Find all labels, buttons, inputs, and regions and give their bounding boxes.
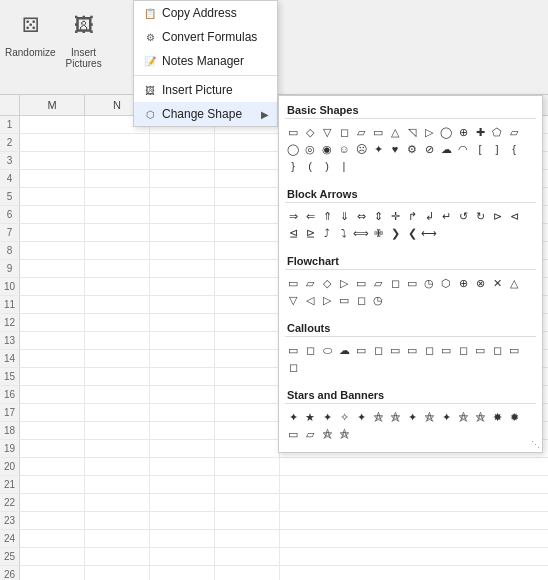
star-6pt[interactable]: ✦: [319, 409, 335, 425]
grid-cell[interactable]: [215, 152, 280, 169]
callout-line2[interactable]: ◻: [370, 342, 386, 358]
shape-pipe[interactable]: |: [336, 158, 352, 174]
callout-accent1[interactable]: ▭: [438, 342, 454, 358]
grid-cell[interactable]: [85, 260, 150, 277]
grid-cell[interactable]: [85, 134, 150, 151]
randomize-tool[interactable]: ⚄ Randomize: [5, 5, 56, 58]
grid-cell[interactable]: [20, 440, 85, 457]
grid-cell[interactable]: [150, 440, 215, 457]
grid-cell[interactable]: [150, 224, 215, 241]
shape-rect2[interactable]: ▭: [370, 124, 386, 140]
arrow-bent-up[interactable]: ↱: [404, 208, 420, 224]
grid-cell[interactable]: [150, 260, 215, 277]
arrow-up[interactable]: ⇑: [319, 208, 335, 224]
shape-cross[interactable]: ⊕: [455, 124, 471, 140]
flow-predefined[interactable]: ▭: [353, 275, 369, 291]
shape-paren-left[interactable]: (: [302, 158, 318, 174]
grid-cell[interactable]: [215, 548, 280, 565]
grid-cell[interactable]: [215, 476, 280, 493]
grid-cell[interactable]: [150, 296, 215, 313]
arrow-turn[interactable]: ↵: [438, 208, 454, 224]
grid-cell[interactable]: [150, 242, 215, 259]
callout-border2[interactable]: ◻: [489, 342, 505, 358]
shape-right-triangle[interactable]: ◹: [404, 124, 420, 140]
shape-gear[interactable]: ⚙: [404, 141, 420, 157]
grid-cell[interactable]: [20, 170, 85, 187]
grid-cell[interactable]: [85, 332, 150, 349]
flow-card[interactable]: △: [506, 275, 522, 291]
grid-cell[interactable]: [215, 260, 280, 277]
shape-circle[interactable]: ◯: [438, 124, 454, 140]
arrow-loop-left[interactable]: ↺: [455, 208, 471, 224]
callout-line1[interactable]: ▭: [353, 342, 369, 358]
menu-item-insert-picture[interactable]: 🖼 Insert Picture: [134, 78, 277, 102]
grid-cell[interactable]: [150, 566, 215, 580]
arrow-bent-down[interactable]: ↲: [421, 208, 437, 224]
grid-cell[interactable]: [85, 548, 150, 565]
grid-cell[interactable]: [85, 494, 150, 511]
grid-cell[interactable]: [215, 530, 280, 547]
grid-cell[interactable]: [215, 134, 280, 151]
menu-item-notes-manager[interactable]: 📝 Notes Manager: [134, 49, 277, 73]
grid-cell[interactable]: [20, 530, 85, 547]
grid-cell[interactable]: [85, 350, 150, 367]
scroll-vert[interactable]: ⛤: [336, 426, 352, 442]
grid-cell[interactable]: [85, 206, 150, 223]
shape-triangle-down[interactable]: ▽: [319, 124, 335, 140]
grid-cell[interactable]: [150, 512, 215, 529]
grid-cell[interactable]: [85, 296, 150, 313]
flow-punch[interactable]: ▽: [285, 292, 301, 308]
grid-cell[interactable]: [85, 458, 150, 475]
grid-cell[interactable]: [215, 206, 280, 223]
grid-cell[interactable]: [85, 512, 150, 529]
flow-collate[interactable]: ▭: [336, 292, 352, 308]
grid-cell[interactable]: [150, 350, 215, 367]
shape-rectangle[interactable]: ▭: [285, 124, 301, 140]
grid-cell[interactable]: [215, 566, 280, 580]
flow-manual[interactable]: ⊕: [455, 275, 471, 291]
grid-cell[interactable]: [85, 188, 150, 205]
arrow-loop-right[interactable]: ↻: [472, 208, 488, 224]
grid-cell[interactable]: [150, 422, 215, 439]
arrow-stripped2[interactable]: ⊵: [302, 225, 318, 241]
callout-line3[interactable]: ▭: [387, 342, 403, 358]
grid-cell[interactable]: [215, 368, 280, 385]
arrow-up-small[interactable]: ⤴: [319, 225, 335, 241]
grid-cell[interactable]: [20, 512, 85, 529]
grid-cell[interactable]: [85, 422, 150, 439]
grid-cell[interactable]: [215, 314, 280, 331]
flow-or[interactable]: ▷: [319, 292, 335, 308]
arrow-right-small[interactable]: ⤵: [336, 225, 352, 241]
ribbon-up[interactable]: ▭: [285, 426, 301, 442]
arrow-chevron-r[interactable]: ❯: [387, 225, 403, 241]
grid-cell[interactable]: [20, 404, 85, 421]
grid-cell[interactable]: [150, 206, 215, 223]
shape-hexagon[interactable]: ⬠: [489, 124, 505, 140]
shape-star4[interactable]: ✦: [370, 141, 386, 157]
arrow-ud[interactable]: ⇕: [370, 208, 386, 224]
explosion1[interactable]: ✸: [489, 409, 505, 425]
flow-preparation[interactable]: ⬡: [438, 275, 454, 291]
ribbon-down[interactable]: ▱: [302, 426, 318, 442]
grid-cell[interactable]: [215, 350, 280, 367]
arrow-stripped[interactable]: ⊴: [285, 225, 301, 241]
flow-document[interactable]: ◻: [387, 275, 403, 291]
grid-cell[interactable]: [20, 278, 85, 295]
callout-border4[interactable]: ◻: [285, 359, 301, 375]
shape-paren-right[interactable]: ): [319, 158, 335, 174]
shape-pentagon[interactable]: ▷: [421, 124, 437, 140]
grid-cell[interactable]: [85, 476, 150, 493]
arrow-notched-right[interactable]: ⊳: [489, 208, 505, 224]
grid-cell[interactable]: [215, 296, 280, 313]
grid-cell[interactable]: [85, 242, 150, 259]
star-10pt[interactable]: ⛤: [370, 409, 386, 425]
grid-cell[interactable]: [215, 494, 280, 511]
grid-cell[interactable]: [20, 260, 85, 277]
flow-data[interactable]: ▷: [336, 275, 352, 291]
grid-cell[interactable]: [85, 368, 150, 385]
shape-donut[interactable]: ◎: [302, 141, 318, 157]
flow-summing[interactable]: ◁: [302, 292, 318, 308]
callout-rect2[interactable]: ◻: [302, 342, 318, 358]
arrow-quad[interactable]: ✙: [370, 225, 386, 241]
grid-cell[interactable]: [85, 404, 150, 421]
